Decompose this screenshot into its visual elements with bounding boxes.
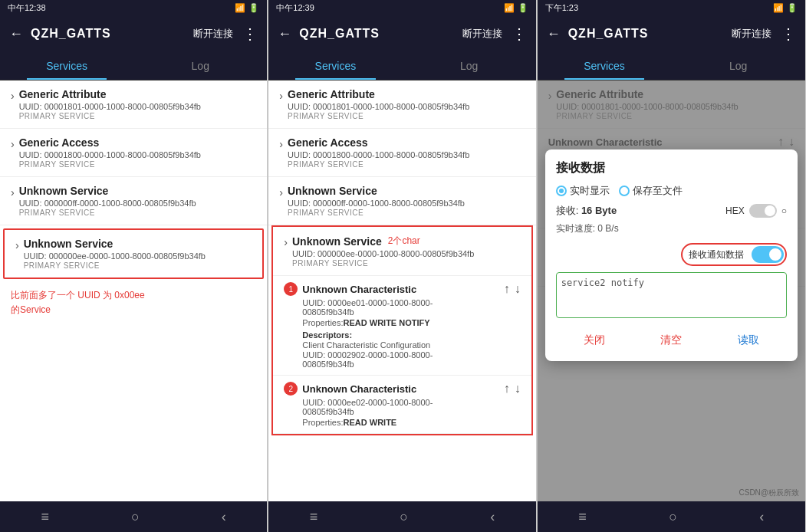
- signal-icon-2: 📶: [504, 3, 515, 13]
- characteristic-item[interactable]: 1 Unknown Characteristic ↑ ↓ UUID: 0000e…: [273, 276, 531, 376]
- tab-services-1[interactable]: Services: [0, 52, 133, 80]
- service-uuid: UUID: 000000ee-0000-1000-8000-00805f9b34…: [24, 251, 206, 261]
- service-type: PRIMARY SERVICE: [19, 112, 201, 120]
- service-item[interactable]: › Unknown Service UUID: 000000ff-0000-10…: [268, 177, 535, 225]
- notify-toggle-on[interactable]: [752, 246, 784, 263]
- device-title-3: QZH_GATTS: [568, 27, 732, 41]
- back-button-1[interactable]: ←: [9, 26, 23, 42]
- close-dialog-button[interactable]: 关闭: [574, 330, 614, 350]
- panel-2: 中午12:39 📶 🔋 ← QZH_GATTS 断开连接 ⋮ Services …: [268, 0, 536, 532]
- service-item[interactable]: › Generic Access UUID: 00001800-0000-100…: [0, 129, 267, 177]
- top-bar-3: ← QZH_GATTS 断开连接 ⋮: [538, 15, 805, 52]
- disconnect-button-1[interactable]: 断开连接: [193, 27, 233, 41]
- service-name: Generic Access: [19, 136, 201, 149]
- service-uuid: UUID: 00001800-0000-1000-8000-00805f9b34…: [19, 150, 201, 159]
- radio-label-save: 保存至文件: [633, 184, 683, 198]
- radio-dot-realtime: [556, 186, 567, 196]
- disconnect-button-3[interactable]: 断开连接: [732, 27, 771, 41]
- radio-save-file[interactable]: 保存至文件: [619, 184, 683, 198]
- hex-toggle-switch[interactable]: [749, 204, 777, 218]
- time-2: 中午12:39: [276, 2, 314, 14]
- device-title-2: QZH_GATTS: [299, 27, 462, 41]
- radio-realtime[interactable]: 实时显示: [556, 184, 610, 198]
- top-bar-1: ← QZH_GATTS 断开连接 ⋮: [0, 15, 267, 52]
- characteristic-item-2[interactable]: 2 Unknown Characteristic ↑ ↓ UUID: 0000e…: [273, 376, 531, 434]
- chevron-icon: ›: [279, 138, 283, 150]
- content-area-2: › Generic Attribute UUID: 00001801-0000-…: [268, 80, 535, 501]
- notify-btn-wrapper[interactable]: 接收通知数据: [681, 243, 787, 266]
- tab-log-3[interactable]: Log: [671, 52, 805, 80]
- panel-1: 中午12:38 📶 🔋 ← QZH_GATTS 断开连接 ⋮ Services …: [0, 0, 268, 532]
- char-uuid-1: UUID: 0000ee01-0000-1000-8000-00805f9b34…: [302, 298, 520, 317]
- tab-log-1[interactable]: Log: [133, 52, 267, 80]
- tab-bar-3: Services Log: [538, 52, 805, 80]
- more-button-3[interactable]: ⋮: [781, 25, 796, 43]
- more-button-1[interactable]: ⋮: [242, 25, 258, 43]
- receive-label: 接收: 16 Byte: [556, 204, 617, 218]
- tab-log-2[interactable]: Log: [403, 52, 536, 80]
- expanded-service-header[interactable]: › Unknown Service 2个char UUID: 000000ee-…: [273, 227, 531, 276]
- dialog-title: 接收数据: [556, 160, 787, 176]
- home-icon-3[interactable]: ○: [669, 509, 677, 525]
- tab-services-2[interactable]: Services: [268, 52, 402, 80]
- annotation-text-1: 比前面多了一个 UUID 为 0x00ee的Service: [0, 282, 267, 323]
- char-uuid-2: UUID: 0000ee02-0000-1000-8000-00805f9b34…: [302, 398, 520, 416]
- upload-icon-1[interactable]: ↑: [504, 282, 510, 296]
- service-name: Unknown Service: [19, 185, 196, 197]
- hex-toggle[interactable]: HEX ○: [725, 204, 787, 218]
- notify-btn-row: 接收通知数据: [556, 243, 787, 266]
- hex-off-label: ○: [781, 205, 787, 216]
- service-type: PRIMARY SERVICE: [288, 112, 469, 120]
- top-bar-2: ← QZH_GATTS 断开连接 ⋮: [268, 15, 535, 52]
- time-3: 下午1:23: [545, 2, 578, 14]
- char-descriptors-name-1: Client Characteristic Configuration: [302, 340, 520, 350]
- notify-textarea[interactable]: service2 notify: [556, 272, 787, 318]
- bottom-nav-1: ≡ ○ ‹: [0, 501, 267, 532]
- service-uuid: UUID: 000000ee-0000-1000-8000-00805f9b34…: [292, 249, 521, 258]
- menu-icon-2[interactable]: ≡: [310, 509, 318, 525]
- service-uuid: UUID: 000000ff-0000-1000-8000-00805f9b34…: [19, 199, 196, 208]
- content-area-3: › Generic Attribute UUID: 00001801-0000-…: [538, 80, 805, 501]
- service-name: Unknown Service: [24, 238, 206, 250]
- back-icon-1[interactable]: ‹: [222, 509, 226, 525]
- speed-row: 实时速度: 0 B/s: [556, 222, 787, 235]
- chevron-icon: ›: [279, 90, 283, 102]
- download-icon-2[interactable]: ↓: [515, 382, 521, 396]
- char-number-1: 1: [284, 282, 298, 296]
- service-item[interactable]: › Generic Attribute UUID: 00001801-0000-…: [0, 80, 267, 129]
- service-item[interactable]: › Unknown Service UUID: 000000ff-0000-10…: [0, 177, 267, 225]
- chevron-icon: ›: [11, 138, 15, 150]
- more-button-2[interactable]: ⋮: [512, 25, 527, 43]
- service-name: Generic Access: [288, 136, 469, 149]
- chevron-icon: ›: [11, 90, 15, 102]
- device-title-1: QZH_GATTS: [31, 27, 193, 41]
- tab-bar-2: Services Log: [268, 52, 535, 80]
- home-icon-2[interactable]: ○: [400, 509, 408, 525]
- upload-icon-2[interactable]: ↑: [504, 382, 510, 396]
- menu-icon-3[interactable]: ≡: [578, 509, 587, 525]
- menu-icon-1[interactable]: ≡: [41, 509, 49, 525]
- service-name: Generic Attribute: [288, 88, 469, 100]
- radio-label-realtime: 实时显示: [570, 184, 610, 198]
- service-item[interactable]: › Generic Access UUID: 00001800-0000-100…: [268, 129, 535, 177]
- read-button[interactable]: 读取: [729, 330, 768, 350]
- back-icon-2[interactable]: ‹: [490, 509, 495, 525]
- tab-services-3[interactable]: Services: [538, 52, 672, 80]
- notify-circle-wrapper: 接收通知数据: [681, 243, 787, 266]
- home-icon-1[interactable]: ○: [131, 509, 140, 525]
- status-icons-2: 📶 🔋: [504, 3, 528, 13]
- back-icon-3[interactable]: ‹: [759, 509, 764, 525]
- bottom-nav-2: ≡ ○ ‹: [268, 501, 535, 532]
- highlighted-service-item[interactable]: › Unknown Service UUID: 000000ee-0000-10…: [3, 228, 264, 279]
- hex-label: HEX: [725, 205, 745, 216]
- char-count-tag: 2个char: [388, 235, 420, 248]
- service-item[interactable]: › Generic Attribute UUID: 00001801-0000-…: [268, 80, 535, 129]
- battery-icon-3: 🔋: [787, 3, 798, 13]
- panel-3: 下午1:23 📶 🔋 ← QZH_GATTS 断开连接 ⋮ Services L…: [538, 0, 806, 532]
- download-icon-1[interactable]: ↓: [515, 282, 521, 296]
- back-button-2[interactable]: ←: [278, 26, 291, 42]
- clear-button[interactable]: 清空: [651, 330, 691, 350]
- service-uuid: UUID: 000000ff-0000-1000-8000-00805f9b34…: [288, 199, 465, 208]
- back-button-3[interactable]: ←: [547, 26, 561, 42]
- disconnect-button-2[interactable]: 断开连接: [462, 27, 502, 41]
